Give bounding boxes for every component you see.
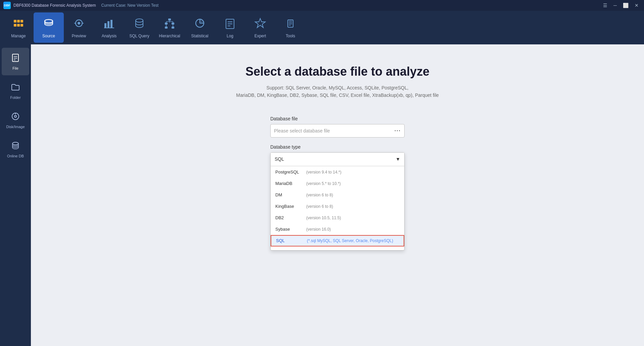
folder-icon: [11, 82, 20, 94]
toolbar-item-tools[interactable]: Tools: [275, 12, 306, 43]
dropdown-item-name: SQL: [276, 238, 303, 243]
tools-icon: [284, 17, 296, 32]
dropdown-item-db2[interactable]: DB2(version 10.5, 11.5): [271, 212, 404, 224]
svg-rect-0: [14, 20, 16, 23]
svg-point-44: [14, 115, 16, 117]
dropdown-item-name: CSV: [275, 249, 302, 250]
db-file-label: Database file: [270, 116, 405, 121]
svg-rect-14: [168, 18, 171, 21]
svg-point-8: [78, 22, 80, 25]
menu-btn[interactable]: ☰: [601, 2, 609, 9]
dropdown-item-name: Sybase: [275, 227, 302, 232]
online-db-icon: [11, 141, 20, 152]
page-title: Select a database file to analyze: [245, 65, 429, 79]
sidebar-item-file[interactable]: File: [2, 48, 29, 75]
close-btn[interactable]: ✕: [633, 2, 641, 9]
svg-rect-4: [17, 24, 20, 27]
toolbar-item-log[interactable]: Log: [215, 12, 245, 43]
sidebar-item-online-db[interactable]: Online DB: [2, 136, 29, 163]
svg-rect-10: [107, 21, 109, 28]
dropdown-item-kingbase[interactable]: KingBase(version 6 to 8): [271, 201, 404, 212]
expert-icon: [254, 17, 266, 32]
manage-icon: [12, 17, 25, 32]
main-layout: File Folder Disk/Image: [0, 44, 644, 346]
dropdown-item-name: PostgreSQL: [275, 169, 302, 175]
expert-label: Expert: [255, 34, 266, 38]
dropdown-items-list: PostgreSQL(version 9.4 to 14.*)MariaDB(v…: [271, 166, 404, 250]
disk-image-label: Disk/Image: [6, 125, 25, 129]
svg-rect-3: [14, 24, 16, 27]
db-file-input[interactable]: Please select database file ···: [270, 124, 405, 138]
analysis-label: Analysis: [102, 34, 117, 38]
dropdown-item-postgresql[interactable]: PostgreSQL(version 9.4 to 14.*): [271, 166, 404, 178]
toolbar: Manage Source Preview: [0, 11, 644, 44]
db-type-selected-value: SQL: [275, 156, 284, 162]
dropdown-item-version: (version 16.0): [306, 227, 331, 232]
dropdown-item-sql[interactable]: SQL(*.sql MySQL, SQL Server, Oracle, Pos…: [271, 235, 404, 246]
dropdown-item-name: KingBase: [275, 204, 302, 209]
svg-rect-18: [172, 27, 174, 29]
analysis-icon: [103, 17, 115, 32]
current-case: Current Case: New Version Test: [101, 3, 158, 8]
dropdown-item-name: DM: [275, 192, 302, 197]
window-controls: ☰ ─ ⬜ ✕: [601, 2, 641, 9]
content-area: Select a database file to analyze Suppor…: [31, 44, 644, 346]
db-type-dropdown[interactable]: SQL ▼ PostgreSQL(version 9.4 to 14.*)Mar…: [270, 152, 405, 251]
svg-rect-39: [12, 54, 18, 62]
db-type-header[interactable]: SQL ▼: [271, 153, 404, 166]
toolbar-item-expert[interactable]: Expert: [245, 12, 275, 43]
hierarchical-icon: [164, 17, 176, 32]
svg-rect-5: [20, 24, 23, 27]
svg-point-13: [136, 19, 143, 22]
sidebar: File Folder Disk/Image: [0, 44, 31, 346]
sql-query-label: SQL Query: [129, 34, 149, 38]
svg-rect-2: [20, 20, 23, 23]
app-name: DBF6300 Database Forensic Analysis Syste…: [13, 3, 96, 8]
disk-icon: [11, 112, 20, 123]
dropdown-item-version: (*.sql MySQL, SQL Server, Oracle, Postgr…: [307, 238, 393, 243]
statistical-icon: [194, 17, 206, 32]
toolbar-item-analysis[interactable]: Analysis: [94, 12, 124, 43]
tools-label: Tools: [286, 34, 295, 38]
dropdown-item-version: (version 5.* to 10.*): [306, 181, 341, 186]
svg-rect-11: [110, 20, 112, 28]
dropdown-item-version: (version 9.4 to 14.*): [306, 170, 341, 175]
toolbar-item-preview[interactable]: Preview: [64, 12, 94, 43]
db-file-placeholder: Please select database file: [274, 128, 395, 133]
toolbar-item-manage[interactable]: Manage: [3, 12, 34, 43]
dropdown-item-version: (version 10.5, 11.5): [306, 216, 341, 220]
sql-query-icon: [133, 17, 145, 32]
db-type-label: Database type: [270, 144, 405, 150]
statistical-label: Statistical: [191, 34, 208, 38]
svg-rect-16: [172, 23, 174, 25]
dropdown-item-mariadb[interactable]: MariaDB(version 5.* to 10.*): [271, 178, 404, 189]
dropdown-item-version: (version 6 to 8): [306, 204, 333, 209]
log-icon: [224, 17, 236, 32]
folder-label: Folder: [10, 95, 20, 100]
titlebar: DBF DBF6300 Database Forensic Analysis S…: [0, 0, 644, 11]
minimize-btn[interactable]: ─: [611, 2, 619, 9]
db-file-browse-button[interactable]: ···: [395, 128, 401, 134]
sidebar-item-disk-image[interactable]: Disk/Image: [2, 106, 29, 134]
dropdown-item-version: (version 6 to 8): [306, 193, 333, 197]
dropdown-item-name: DB2: [275, 215, 302, 220]
source-label: Source: [42, 34, 55, 38]
toolbar-item-hierarchical[interactable]: Hierarchical: [154, 12, 185, 43]
toolbar-item-statistical[interactable]: Statistical: [185, 12, 215, 43]
app-logo: DBF: [3, 2, 11, 9]
form-section: Database file Please select database fil…: [270, 116, 405, 251]
svg-marker-33: [255, 18, 265, 28]
page-subtitle: Support: SQL Server, Oracle, MySQL, Acce…: [236, 84, 439, 99]
svg-rect-17: [165, 27, 168, 29]
dropdown-item-csv[interactable]: CSV(*.csv): [271, 246, 404, 250]
dropdown-item-dm[interactable]: DM(version 6 to 8): [271, 189, 404, 201]
toolbar-item-sql-query[interactable]: SQL Query: [124, 12, 154, 43]
maximize-btn[interactable]: ⬜: [621, 2, 631, 9]
sidebar-item-folder[interactable]: Folder: [2, 77, 29, 105]
online-db-label: Online DB: [7, 154, 24, 158]
preview-label: Preview: [72, 34, 86, 38]
hierarchical-label: Hierarchical: [159, 34, 180, 38]
toolbar-item-source[interactable]: Source: [34, 12, 64, 43]
dropdown-item-sybase[interactable]: Sybase(version 16.0): [271, 224, 404, 235]
svg-rect-15: [165, 23, 168, 25]
